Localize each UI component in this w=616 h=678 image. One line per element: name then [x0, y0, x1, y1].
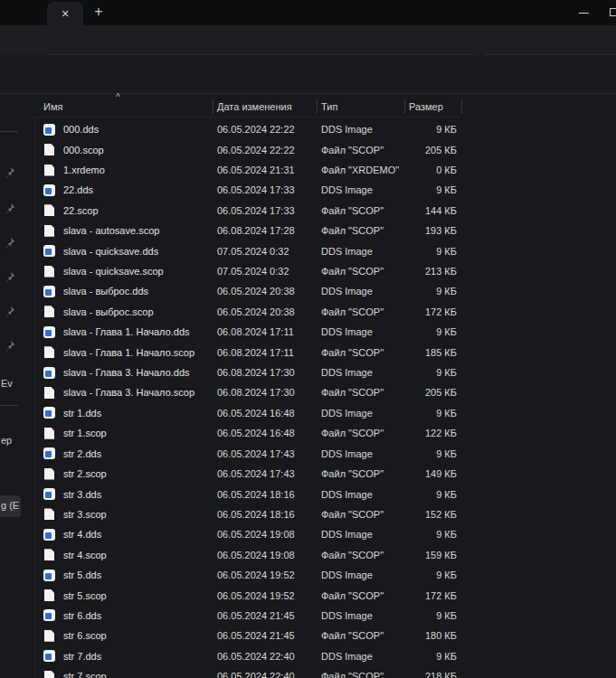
- file-row[interactable]: slava - выброс.scop06.05.2024 20:38Файл …: [34, 302, 616, 322]
- file-type: DDS Image: [317, 367, 404, 378]
- command-bar: ✂ ↑↓ Сортировать ≡ Просмотреть •••: [0, 55, 616, 94]
- file-type: Файл "SCOP": [317, 590, 404, 601]
- file-row[interactable]: str 3.dds06.05.2024 18:16DDS Image9 КБ: [34, 484, 616, 504]
- dds-image-icon: [43, 488, 55, 500]
- column-header-type[interactable]: Тип: [317, 101, 404, 112]
- file-name-cell: str 7.dds: [34, 650, 213, 662]
- file-row[interactable]: str 2.scop06.05.2024 17:43Файл "SCOP"149…: [34, 464, 616, 484]
- file-row[interactable]: 22.dds06.05.2024 17:33DDS Image9 КБ: [34, 180, 616, 200]
- file-name: str 5.dds: [63, 570, 101, 580]
- file-name-cell: slava - Глава 3. Начало.scop: [34, 387, 213, 399]
- file-type: DDS Image: [317, 570, 404, 580]
- pin-icon[interactable]: [4, 340, 15, 352]
- file-row[interactable]: slava - autosave.scop06.08.2024 17:28Фай…: [34, 221, 616, 240]
- explorer-tab[interactable]: ✕: [47, 2, 83, 25]
- file-size: 9 КБ: [404, 367, 460, 378]
- file-row[interactable]: slava - Глава 3. Начало.scop06.08.2024 1…: [34, 382, 616, 402]
- new-tab-button[interactable]: +: [89, 2, 109, 22]
- file-row[interactable]: str 5.scop06.05.2024 19:52Файл "SCOP"172…: [34, 585, 616, 605]
- file-row[interactable]: slava - выброс.dds06.05.2024 20:38DDS Im…: [34, 281, 616, 301]
- document-icon: [44, 468, 54, 480]
- file-row[interactable]: str 5.dds06.05.2024 19:52DDS Image9 КБ: [34, 565, 616, 585]
- file-name-cell: 000.dds: [34, 124, 213, 136]
- file-name-cell: slava - выброс.scop: [34, 306, 213, 317]
- pin-icon[interactable]: [4, 202, 15, 214]
- file-row[interactable]: 22.scop06.05.2024 17:33Файл "SCOP"144 КБ: [34, 201, 616, 221]
- column-headers: Имя Дата изменения Тип Размер ^: [34, 96, 460, 118]
- file-row[interactable]: str 7.scop06.05.2024 22:40Файл "SCOP"218…: [34, 666, 616, 678]
- file-date-modified: 06.05.2024 19:08: [213, 529, 317, 540]
- minimize-button[interactable]: [579, 13, 589, 14]
- file-size: 9 КБ: [404, 570, 460, 580]
- file-size: 9 КБ: [404, 184, 460, 195]
- file-date-modified: 06.08.2024 17:28: [213, 225, 317, 236]
- file-row[interactable]: str 6.dds06.05.2024 21:45DDS Image9 КБ: [34, 606, 616, 626]
- file-row[interactable]: 1.xrdemo06.05.2024 21:31Файл "XRDEMO"0 К…: [34, 160, 616, 180]
- file-name-cell: slava - выброс.dds: [34, 286, 213, 297]
- file-name: str 2.scop: [63, 468, 107, 479]
- file-date-modified: 07.05.2024 0:32: [213, 246, 317, 257]
- document-icon: [44, 306, 54, 317]
- file-name: str 5.scop: [63, 590, 107, 601]
- file-row[interactable]: str 4.scop06.05.2024 19:08Файл "SCOP"159…: [34, 545, 616, 565]
- column-divider[interactable]: [461, 99, 462, 114]
- column-divider[interactable]: [404, 99, 405, 114]
- folder-view: Ev ep g (E Имя Дата изменения Тип Размер…: [0, 94, 616, 678]
- file-row[interactable]: str 1.scop06.05.2024 16:48Файл "SCOP"122…: [34, 423, 616, 443]
- file-row[interactable]: 000.dds06.05.2024 22:22DDS Image9 КБ: [34, 119, 616, 139]
- file-name-cell: slava - autosave.scop: [34, 225, 213, 237]
- tab-close-icon[interactable]: ✕: [61, 9, 69, 19]
- file-row[interactable]: slava - Глава 3. Начало.dds06.08.2024 17…: [34, 363, 616, 382]
- file-type: Файл "SCOP": [317, 347, 404, 358]
- file-size: 122 КБ: [404, 428, 460, 438]
- file-size: 9 КБ: [404, 448, 460, 459]
- file-size: 152 КБ: [404, 509, 460, 520]
- dds-image-icon: [43, 184, 55, 196]
- file-row[interactable]: str 2.dds06.05.2024 17:43DDS Image9 КБ: [34, 444, 616, 464]
- nav-item-fragment[interactable]: ep: [1, 435, 12, 446]
- file-date-modified: 06.05.2024 22:22: [213, 124, 317, 135]
- file-size: 172 КБ: [404, 306, 460, 317]
- file-name-cell: 22.scop: [34, 204, 213, 216]
- column-divider[interactable]: [213, 99, 213, 114]
- file-row[interactable]: str 7.dds06.05.2024 22:40DDS Image9 КБ: [34, 646, 616, 666]
- file-row[interactable]: str 4.dds06.05.2024 19:08DDS Image9 КБ: [34, 524, 616, 544]
- column-header-size[interactable]: Размер: [404, 101, 460, 112]
- file-name: slava - autosave.scop: [63, 225, 159, 236]
- file-name: str 4.dds: [63, 529, 101, 540]
- nav-item-fragment[interactable]: Ev: [1, 378, 13, 389]
- file-size: 9 КБ: [404, 326, 460, 337]
- pin-icon[interactable]: [4, 237, 15, 249]
- file-size: 9 КБ: [404, 408, 460, 419]
- file-row[interactable]: slava - Глава 1. Начало.scop06.08.2024 1…: [34, 342, 616, 362]
- file-name: str 6.scop: [63, 630, 107, 641]
- file-name: slava - Глава 3. Начало.scop: [63, 387, 194, 398]
- dds-image-icon: [43, 447, 55, 459]
- file-type: DDS Image: [317, 448, 404, 459]
- file-row[interactable]: str 1.dds06.05.2024 16:48DDS Image9 КБ: [34, 403, 616, 423]
- file-size: 205 КБ: [404, 145, 460, 155]
- column-header-date[interactable]: Дата изменения: [213, 101, 317, 112]
- file-name-cell: str 2.dds: [34, 447, 213, 459]
- file-row[interactable]: str 3.scop06.05.2024 18:16Файл "SCOP"152…: [34, 504, 616, 524]
- nav-item-fragment[interactable]: g (E: [1, 500, 19, 511]
- pin-icon[interactable]: [4, 306, 15, 317]
- pin-icon[interactable]: [4, 166, 15, 178]
- file-size: 9 КБ: [404, 651, 460, 662]
- file-row[interactable]: str 6.scop06.05.2024 21:45Файл "SCOP"180…: [34, 626, 616, 645]
- file-name: 22.dds: [63, 184, 93, 195]
- file-row[interactable]: slava - quicksave.dds07.05.2024 0:32DDS …: [34, 240, 616, 260]
- file-size: 144 КБ: [404, 205, 460, 216]
- maximize-button[interactable]: [610, 8, 616, 16]
- column-header-name[interactable]: Имя: [34, 101, 213, 112]
- column-divider[interactable]: [317, 99, 317, 114]
- file-name-cell: str 3.scop: [34, 508, 213, 520]
- pin-icon[interactable]: [4, 271, 15, 283]
- file-date-modified: 06.05.2024 20:38: [213, 286, 317, 297]
- file-row[interactable]: slava - Глава 1. Начало.dds06.08.2024 17…: [34, 322, 616, 342]
- file-row[interactable]: 000.scop06.05.2024 22:22Файл "SCOP"205 К…: [34, 139, 616, 159]
- file-name: slava - Глава 3. Начало.dds: [63, 367, 190, 378]
- document-icon: [44, 549, 54, 560]
- file-row[interactable]: slava - quicksave.scop07.05.2024 0:32Фай…: [34, 261, 616, 281]
- file-size: 218 КБ: [404, 671, 460, 678]
